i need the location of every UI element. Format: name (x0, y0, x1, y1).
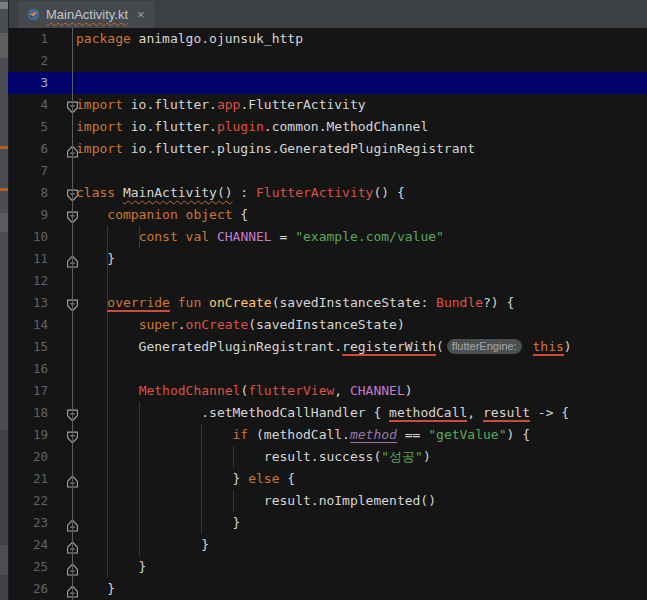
code-text[interactable]: } (76, 248, 115, 270)
code-line[interactable]: 1package animalgo.ojunsuk_http (8, 28, 647, 50)
line-number[interactable]: 18 (8, 402, 48, 424)
code-text[interactable]: } (76, 556, 146, 578)
code-text[interactable]: } else { (76, 468, 295, 490)
code-text[interactable]: GeneratedPluginRegistrant.registerWith(f… (76, 336, 572, 358)
line-number[interactable]: 13 (8, 292, 48, 314)
code-line[interactable]: 7 (8, 160, 647, 182)
line-number[interactable]: 6 (8, 138, 48, 160)
code-text[interactable]: companion object { (76, 204, 248, 226)
code-text[interactable]: } (76, 578, 115, 600)
line-number[interactable]: 19 (8, 424, 48, 446)
code-editor[interactable]: 1package animalgo.ojunsuk_http234import … (8, 28, 647, 600)
tab-label: MainActivity.kt (46, 7, 128, 22)
code-line[interactable]: 18 .setMethodCallHandler { methodCall, r… (8, 402, 647, 424)
code-line[interactable]: 11 } (8, 248, 647, 270)
line-number[interactable]: 4 (8, 94, 48, 116)
code-token: -> { (530, 405, 569, 420)
line-number[interactable]: 26 (8, 578, 48, 600)
code-line[interactable]: 2 (8, 50, 647, 72)
code-line[interactable]: 9 companion object { (8, 204, 647, 226)
code-token (76, 427, 233, 442)
typo-stripe-mark (0, 146, 8, 149)
code-token: result.noImplemented() (76, 493, 436, 508)
line-number[interactable]: 23 (8, 512, 48, 534)
line-number[interactable]: 7 (8, 160, 48, 182)
line-number[interactable]: 1 (8, 28, 48, 50)
code-line[interactable]: 6import io.flutter.plugins.GeneratedPlug… (8, 138, 647, 160)
code-token: app (217, 97, 240, 112)
code-text[interactable]: if (methodCall.method == "getValue") { (76, 424, 530, 446)
line-number[interactable]: 22 (8, 490, 48, 512)
panel-texture (0, 2, 8, 9)
line-number[interactable]: 2 (8, 50, 48, 72)
code-token: result (483, 405, 530, 422)
code-line[interactable]: 22 result.noImplemented() (8, 490, 647, 512)
code-text[interactable]: } (76, 534, 209, 556)
code-token: const val (139, 229, 209, 244)
code-text[interactable]: super.onCreate(savedInstanceState) (76, 314, 405, 336)
line-number[interactable]: 20 (8, 446, 48, 468)
code-text[interactable]: result.noImplemented() (76, 490, 436, 512)
code-line[interactable]: 26 } (8, 578, 647, 600)
line-number[interactable]: 8 (8, 182, 48, 204)
tab-close-icon[interactable]: × (137, 7, 145, 22)
code-text[interactable]: import io.flutter.plugin.common.MethodCh… (76, 116, 428, 138)
code-line[interactable]: 16 (8, 358, 647, 380)
code-text[interactable]: MethodChannel(flutterView, CHANNEL) (76, 380, 413, 402)
code-text[interactable]: .setMethodCallHandler { methodCall, resu… (76, 402, 569, 424)
code-line[interactable]: 13 override fun onCreate(savedInstanceSt… (8, 292, 647, 314)
line-number[interactable]: 11 (8, 248, 48, 270)
line-number[interactable]: 24 (8, 534, 48, 556)
code-token: "example.com/value" (295, 229, 444, 244)
code-line[interactable]: 20 result.success("성공") (8, 446, 647, 468)
line-number[interactable]: 9 (8, 204, 48, 226)
code-text[interactable]: import io.flutter.plugins.GeneratedPlugi… (76, 138, 475, 160)
code-line[interactable]: 15 GeneratedPluginRegistrant.registerWit… (8, 336, 647, 358)
code-text[interactable]: package animalgo.ojunsuk_http (76, 28, 303, 50)
line-number[interactable]: 3 (8, 72, 48, 94)
code-line[interactable]: 8class MainActivity() : FlutterActivity(… (8, 182, 647, 204)
code-line[interactable]: 4import io.flutter.app.FlutterActivity (8, 94, 647, 116)
code-line[interactable]: 24 } (8, 534, 647, 556)
line-number[interactable]: 5 (8, 116, 48, 138)
code-token: package (76, 31, 131, 46)
code-token: this (533, 339, 564, 356)
code-token: import (76, 141, 123, 156)
code-token: } (76, 581, 115, 596)
code-line[interactable]: 23 } (8, 512, 647, 534)
line-number[interactable]: 25 (8, 556, 48, 578)
line-number[interactable]: 21 (8, 468, 48, 490)
code-text[interactable]: const val CHANNEL = "example.com/value" (76, 226, 444, 248)
code-text[interactable]: result.success("성공") (76, 446, 431, 468)
code-token: } (76, 515, 240, 530)
code-text[interactable]: } (76, 512, 240, 534)
code-line[interactable]: 12 (8, 270, 647, 292)
code-line[interactable]: 19 if (methodCall.method == "getValue") … (8, 424, 647, 446)
line-number[interactable]: 15 (8, 336, 48, 358)
code-line[interactable]: 21 } else { (8, 468, 647, 490)
code-text[interactable]: class MainActivity() : FlutterActivity()… (76, 182, 405, 204)
line-number[interactable]: 10 (8, 226, 48, 248)
code-token: (savedInstanceState: (272, 295, 436, 310)
code-text[interactable]: import io.flutter.app.FlutterActivity (76, 94, 366, 116)
code-token: Bundle (436, 295, 483, 310)
code-token: CHANNEL (350, 383, 405, 398)
tab-mainactivity[interactable]: MainActivity.kt × (18, 1, 154, 28)
code-token: .setMethodCallHandler { (76, 405, 389, 420)
code-token: { (280, 471, 296, 486)
code-token: "성공" (381, 449, 423, 464)
code-line[interactable]: 17 MethodChannel(flutterView, CHANNEL) (8, 380, 647, 402)
caret-line-highlight[interactable]: 3 (8, 72, 647, 94)
code-line[interactable]: 25 } (8, 556, 647, 578)
code-line[interactable]: 14 super.onCreate(savedInstanceState) (8, 314, 647, 336)
code-token (201, 295, 209, 310)
code-token: ) (564, 339, 572, 354)
line-number[interactable]: 12 (8, 270, 48, 292)
code-line[interactable]: 10 const val CHANNEL = "example.com/valu… (8, 226, 647, 248)
code-text[interactable]: override fun onCreate(savedInstanceState… (76, 292, 514, 314)
line-number[interactable]: 17 (8, 380, 48, 402)
line-number[interactable]: 14 (8, 314, 48, 336)
code-line[interactable]: 5import io.flutter.plugin.common.MethodC… (8, 116, 647, 138)
line-number[interactable]: 16 (8, 358, 48, 380)
code-token (76, 207, 107, 222)
